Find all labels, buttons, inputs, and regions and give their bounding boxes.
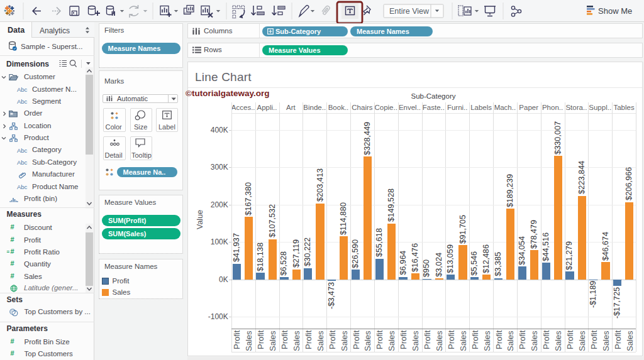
svg-text:Entire View: Entire View [389,7,430,16]
svg-text:Show Me: Show Me [598,6,632,16]
